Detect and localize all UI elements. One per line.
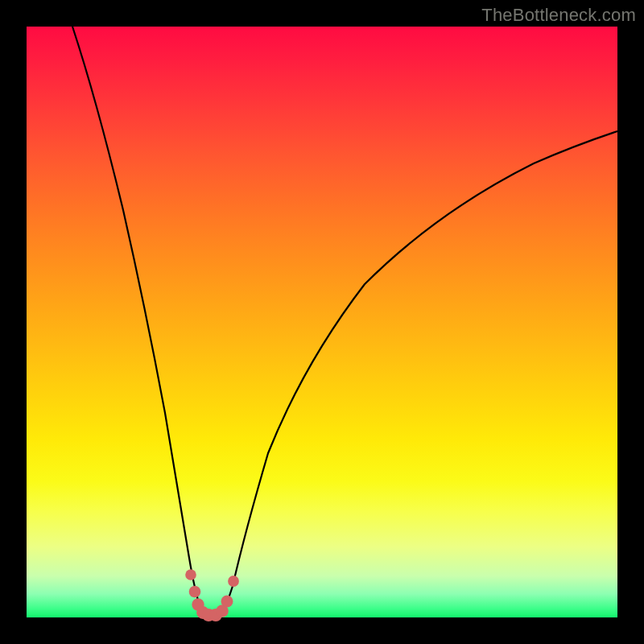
curve-group <box>72 27 617 615</box>
watermark-text: TheBottleneck.com <box>481 5 636 26</box>
left-curve <box>72 27 205 615</box>
marker-dot <box>189 586 201 598</box>
frame: TheBottleneck.com <box>0 0 644 644</box>
marker-dot <box>221 596 233 608</box>
marker-dot <box>228 576 239 587</box>
chart-svg <box>27 27 617 617</box>
right-curve <box>221 131 617 615</box>
marker-group <box>185 569 239 621</box>
marker-dot <box>185 569 196 580</box>
